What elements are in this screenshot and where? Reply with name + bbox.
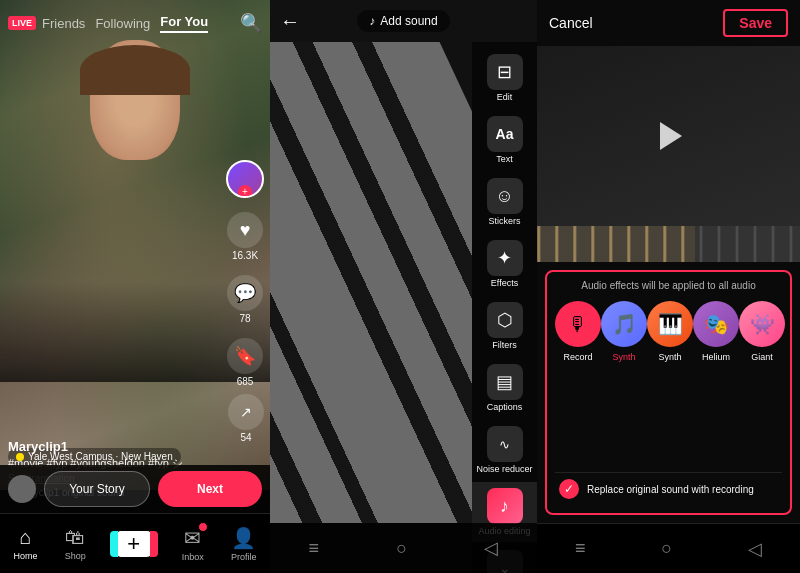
add-sound-label: Add sound	[380, 14, 437, 28]
music-note-icon: ♪	[369, 14, 375, 28]
inbox-notification-dot	[198, 522, 208, 532]
helium-label: Helium	[702, 352, 730, 362]
tool-text[interactable]: Aa Text	[472, 110, 537, 170]
tool-effects[interactable]: ✦ Effects	[472, 234, 537, 294]
filters-icon: ⬡	[487, 302, 523, 338]
timeline-bar[interactable]	[537, 226, 800, 262]
noise-reducer-icon: ∿	[487, 426, 523, 462]
left-panel: LIVE Friends Following For You 🔍 ♥ 16.3K…	[0, 0, 270, 573]
right-header: Cancel Save	[537, 0, 800, 46]
share-count: 54	[240, 432, 251, 443]
mid-panel: ← ♪ Add sound ⊟ Edit Aa Text ☺ Stickers …	[270, 0, 537, 573]
right-actions: ♥ 16.3K 💬 78 🔖 685	[226, 160, 264, 387]
heart-icon: ♥	[227, 212, 263, 248]
your-story-label: Your Story	[69, 482, 125, 496]
comment-icon: 💬	[227, 275, 263, 311]
comment-button[interactable]: 💬 78	[227, 275, 263, 324]
add-sound-button[interactable]: ♪ Add sound	[357, 10, 449, 32]
comment-count: 78	[239, 313, 250, 324]
synth-icon: 🎵	[601, 301, 647, 347]
tool-filters[interactable]: ⬡ Filters	[472, 296, 537, 356]
video-preview[interactable]	[537, 46, 800, 226]
nav-home[interactable]: ⌂ Home	[14, 526, 38, 561]
edit-icon: ⊟	[487, 54, 523, 90]
synth2-icon: 🎹	[647, 301, 693, 347]
bookmark-button[interactable]: 🔖 685	[227, 338, 263, 387]
share-icon: ↗	[228, 394, 264, 430]
piano-keys-visual	[270, 42, 472, 523]
effects-icon: ✦	[487, 240, 523, 276]
avatar	[226, 160, 264, 198]
captions-icon: ▤	[487, 364, 523, 400]
audio-editing-icon: ♪	[487, 488, 523, 524]
tool-noise-reducer[interactable]: ∿ Noise reducer	[472, 420, 537, 480]
nav-shop[interactable]: 🛍 Shop	[65, 526, 86, 561]
profile-label: Profile	[231, 552, 257, 562]
text-icon: Aa	[487, 116, 523, 152]
giant-label: Giant	[751, 352, 773, 362]
nav-foryou[interactable]: For You	[160, 14, 208, 33]
text-label: Text	[496, 154, 513, 164]
stickers-icon: ☺	[487, 178, 523, 214]
effect-synth-2[interactable]: 🎹 Synth	[647, 301, 693, 362]
video-person	[70, 40, 200, 210]
back-arrow-button[interactable]: ←	[280, 10, 300, 33]
record-icon: 🎙	[555, 301, 601, 347]
like-button[interactable]: ♥ 16.3K	[227, 212, 263, 261]
mid-nav-home-icon: ○	[396, 538, 407, 559]
synth2-label: Synth	[658, 352, 681, 362]
filters-label: Filters	[492, 340, 517, 350]
cancel-button[interactable]: Cancel	[549, 15, 593, 31]
helium-icon: 🎭	[693, 301, 739, 347]
mid-nav-back-icon: ◁	[484, 537, 498, 559]
nav-following[interactable]: Following	[95, 16, 150, 31]
record-label: Record	[563, 352, 592, 362]
story-avatar	[8, 475, 36, 503]
shop-label: Shop	[65, 551, 86, 561]
save-button[interactable]: Save	[723, 9, 788, 37]
captions-label: Captions	[487, 402, 523, 412]
tool-captions[interactable]: ▤ Captions	[472, 358, 537, 418]
like-count: 16.3K	[232, 250, 258, 261]
nav-friends[interactable]: Friends	[42, 16, 85, 31]
synth-label: Synth	[612, 352, 635, 362]
nav-profile[interactable]: 👤 Profile	[231, 526, 257, 562]
your-story-button[interactable]: Your Story	[44, 471, 150, 507]
live-badge[interactable]: LIVE	[8, 16, 36, 30]
tool-edit[interactable]: ⊟ Edit	[472, 48, 537, 108]
bottom-nav: ⌂ Home 🛍 Shop + ✉ Inbox 👤 Profile	[0, 513, 270, 573]
nav-create[interactable]: +	[113, 528, 155, 560]
noise-reducer-label: Noise reducer	[476, 464, 532, 474]
nav-inbox[interactable]: ✉ Inbox	[182, 526, 204, 562]
profile-icon: 👤	[231, 526, 256, 550]
mid-bottom-nav: ≡ ○ ◁	[270, 523, 537, 573]
giant-icon: 👾	[739, 301, 785, 347]
audio-effects-title: Audio effects will be applied to all aud…	[555, 280, 782, 291]
follow-button[interactable]	[226, 160, 264, 198]
share-button[interactable]: ↗ 54	[228, 394, 264, 443]
edit-label: Edit	[497, 92, 513, 102]
play-icon	[660, 122, 682, 150]
create-icon: +	[113, 528, 155, 560]
shop-icon: 🛍	[65, 526, 85, 549]
stickers-label: Stickers	[488, 216, 520, 226]
right-nav-home-icon: ○	[661, 538, 672, 559]
next-button[interactable]: Next	[158, 471, 262, 507]
effect-record[interactable]: 🎙 Record	[555, 301, 601, 362]
mid-top-bar: ← ♪ Add sound	[270, 0, 537, 42]
effects-row: 🎙 Record 🎵 Synth 🎹 Synth 🎭 Helium 👾 Gian…	[555, 301, 782, 362]
effect-synth-1[interactable]: 🎵 Synth	[601, 301, 647, 362]
effect-giant[interactable]: 👾 Giant	[739, 301, 785, 362]
right-nav-back-icon: ◁	[748, 538, 762, 560]
mid-nav-menu-icon: ≡	[309, 538, 320, 559]
preview-piano-visual	[537, 46, 800, 226]
search-icon[interactable]: 🔍	[240, 12, 262, 34]
right-bottom-nav: ≡ ○ ◁	[537, 523, 800, 573]
effects-label: Effects	[491, 278, 518, 288]
next-label: Next	[197, 482, 223, 496]
replace-sound-row[interactable]: ✓ Replace original sound with recording	[555, 472, 782, 505]
bookmark-count: 685	[237, 376, 254, 387]
replace-sound-label: Replace original sound with recording	[587, 484, 754, 495]
effect-helium[interactable]: 🎭 Helium	[693, 301, 739, 362]
tool-stickers[interactable]: ☺ Stickers	[472, 172, 537, 232]
